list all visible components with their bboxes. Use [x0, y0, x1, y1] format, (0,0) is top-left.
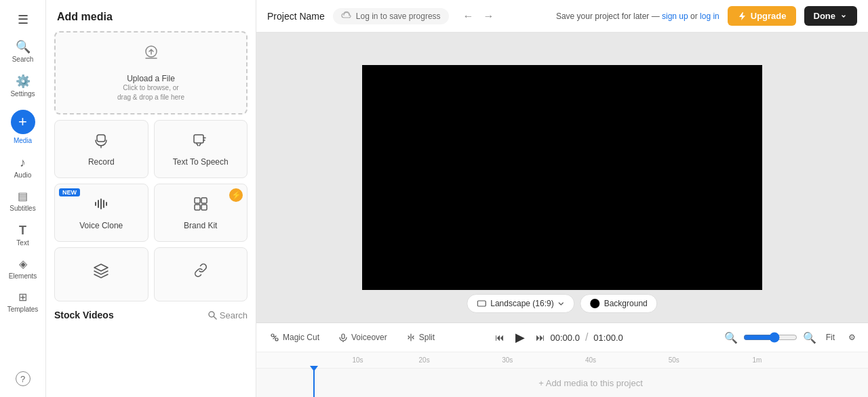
voice-clone-icon: [92, 195, 110, 217]
sidebar-label-elements: Elements: [9, 272, 37, 280]
text-to-speech-icon: [192, 131, 210, 153]
done-button[interactable]: Done: [804, 6, 858, 26]
svg-rect-10: [201, 198, 207, 203]
zoom-slider[interactable]: [743, 332, 797, 343]
upload-card[interactable]: Upload a File Click to browse, ordrag & …: [54, 31, 248, 114]
svg-rect-11: [195, 205, 200, 210]
media-grid: Upload a File Click to browse, ordrag & …: [46, 31, 256, 301]
brand-kit-card[interactable]: ⚡ Brand Kit: [154, 184, 248, 242]
sidebar-label-audio: Audio: [14, 171, 32, 179]
new-badge: NEW: [59, 188, 80, 196]
hamburger-icon[interactable]: ☰: [11, 5, 35, 34]
canvas-wrap: Landscape (16:9) Background: [256, 33, 868, 322]
stock-title: Stock Videos: [54, 310, 114, 320]
zoom-in-button[interactable]: 🔍: [803, 331, 816, 344]
sidebar-item-audio[interactable]: ♪ Audio: [0, 151, 45, 184]
landscape-button[interactable]: Landscape (16:9): [467, 294, 574, 313]
landscape-icon: [477, 300, 486, 307]
sidebar-label-text: Text: [16, 239, 28, 247]
upload-sub: Click to browse, ordrag & drop a file he…: [117, 83, 184, 102]
magic-cut-button[interactable]: Magic Cut: [264, 330, 325, 345]
sidebar-item-text[interactable]: T Text: [0, 219, 45, 252]
save-status: Log in to save progress: [333, 8, 449, 24]
current-time: 00:00.0: [551, 333, 580, 343]
sidebar: ☰ 🔍 Search ⚙️ Settings + Media ♪ Audio ▤…: [0, 0, 46, 397]
background-button[interactable]: Background: [580, 294, 658, 313]
top-bar: Project Name Log in to save progress ← →…: [256, 0, 868, 33]
sidebar-item-search[interactable]: 🔍 Search: [0, 35, 45, 68]
canvas: [362, 65, 762, 290]
voice-clone-card[interactable]: NEW Voice Clone: [54, 184, 149, 242]
svg-point-13: [209, 312, 214, 317]
svg-rect-9: [195, 198, 200, 203]
sidebar-item-help[interactable]: ?: [0, 366, 45, 392]
fit-button[interactable]: Fit: [822, 331, 839, 344]
sidebar-label-settings: Settings: [10, 90, 35, 98]
ruler-mark-1m: 1m: [752, 356, 762, 364]
log-in-link[interactable]: log in: [700, 12, 719, 21]
stock-search-btn[interactable]: Search: [208, 310, 248, 320]
media-panel-title: Add media: [46, 0, 256, 31]
link-card[interactable]: [154, 247, 248, 301]
sidebar-label-subtitles: Subtitles: [9, 205, 35, 212]
upgrade-bolt-icon: [737, 12, 747, 21]
brand-kit-icon: [192, 195, 210, 217]
sidebar-label-media: Media: [14, 137, 32, 144]
timeline-body: + Add media to this project: [256, 369, 868, 397]
stock-search-label: Search: [220, 310, 248, 320]
sidebar-item-media[interactable]: + Media: [0, 104, 45, 150]
templates-icon: ⊞: [18, 292, 27, 303]
sign-up-link[interactable]: sign up: [662, 12, 688, 21]
redo-button[interactable]: →: [480, 9, 498, 24]
svg-rect-4: [95, 202, 96, 206]
svg-rect-8: [106, 202, 107, 206]
elements-icon: ◈: [19, 259, 27, 270]
record-label: Record: [88, 157, 115, 167]
subtitles-icon: ▤: [18, 191, 28, 202]
sidebar-item-elements[interactable]: ◈ Elements: [0, 253, 45, 285]
voice-clone-label: Voice Clone: [79, 221, 123, 230]
layers-card[interactable]: [54, 247, 149, 301]
upload-label: Upload a File: [127, 74, 175, 83]
split-button[interactable]: Split: [401, 330, 440, 345]
svg-rect-15: [477, 301, 486, 306]
sidebar-item-templates[interactable]: ⊞ Templates: [0, 287, 45, 318]
timeline-settings-button[interactable]: ⚙: [844, 331, 860, 344]
cloud-icon: [341, 11, 352, 22]
svg-line-14: [214, 317, 216, 320]
total-time: 01:00.0: [593, 333, 623, 343]
nav-arrows: ← →: [460, 9, 498, 24]
layers-icon: [92, 262, 110, 283]
done-chevron-icon: [840, 12, 848, 20]
timeline-right-controls: 🔍 🔍 Fit ⚙: [724, 331, 860, 344]
stock-header: Stock Videos Search: [54, 310, 248, 320]
help-icon: ?: [16, 371, 31, 386]
voiceover-button[interactable]: Voiceover: [333, 330, 393, 345]
stock-section: Stock Videos Search: [46, 301, 256, 330]
timeline-needle: [313, 369, 315, 397]
split-icon: [406, 333, 416, 342]
sidebar-item-settings[interactable]: ⚙️ Settings: [0, 70, 45, 103]
upgrade-button[interactable]: Upgrade: [728, 6, 796, 26]
add-media-icon: +: [18, 113, 27, 131]
zoom-out-button[interactable]: 🔍: [724, 331, 738, 344]
svg-rect-12: [201, 205, 207, 210]
audio-icon: ♪: [20, 156, 26, 169]
text-to-speech-card[interactable]: Text To Speech: [154, 120, 248, 178]
skip-forward-button[interactable]: ⏭: [536, 332, 545, 343]
record-card[interactable]: Record: [54, 120, 149, 178]
text-to-speech-label: Text To Speech: [173, 157, 229, 167]
skip-back-button[interactable]: ⏮: [495, 332, 505, 343]
ruler-mark-10s: 10s: [352, 356, 363, 364]
upload-icon: [140, 43, 162, 70]
svg-rect-1: [97, 135, 105, 142]
chevron-down-icon: [558, 300, 565, 307]
text-icon: T: [19, 224, 26, 236]
undo-button[interactable]: ←: [460, 9, 477, 24]
timeline-toolbar: Magic Cut Voiceover Split ⏮ ▶ ⏭: [256, 323, 868, 352]
sidebar-label-templates: Templates: [7, 306, 39, 313]
sidebar-item-subtitles[interactable]: ▤ Subtitles: [0, 186, 45, 217]
ruler-mark-40s: 40s: [585, 356, 596, 364]
play-button[interactable]: ▶: [510, 327, 530, 348]
ruler-mark-30s: 30s: [502, 356, 513, 364]
